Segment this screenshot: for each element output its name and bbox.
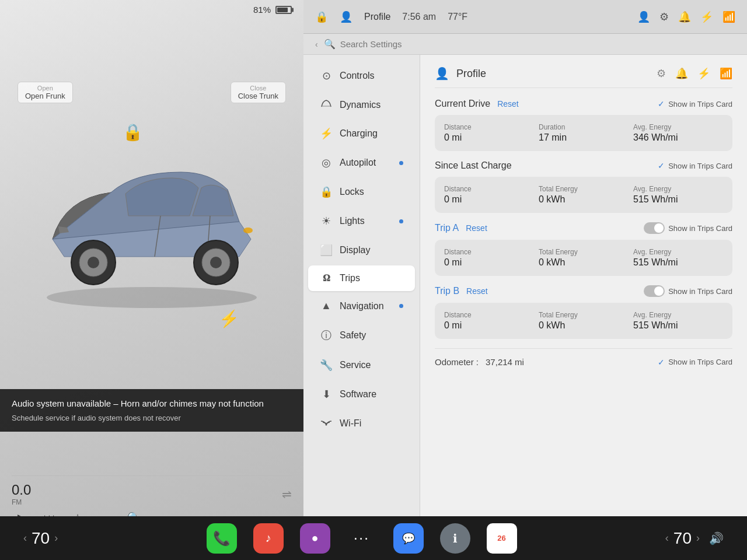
camera-app[interactable]: ●	[300, 523, 330, 554]
since-last-charge-title: Since Last Charge	[435, 160, 512, 171]
settings-nav: ⊙ Controls Dynamics ⚡ Charging	[303, 55, 420, 516]
bell-content-icon[interactable]: 🔔	[675, 67, 688, 80]
speed-right-chevron-right[interactable]: ›	[696, 532, 700, 544]
alert-box: Audio system unavailable – Horn and/or c…	[0, 389, 303, 432]
speed-right-value: 70	[673, 529, 692, 548]
current-drive-avg-energy: Avg. Energy 346 Wh/mi	[633, 123, 723, 143]
chat-icon: 💬	[402, 532, 415, 545]
sidebar-label-locks: Locks	[340, 187, 364, 197]
settings-icon-header[interactable]: ⚙	[659, 10, 669, 23]
sidebar-item-safety[interactable]: ⓘ Safety	[308, 321, 415, 350]
trip-b-section: Trip B Reset Show in Trips Card Distance…	[435, 285, 732, 339]
sidebar-item-lights[interactable]: ☀ Lights	[308, 207, 415, 235]
current-drive-title: Current Drive	[435, 99, 490, 109]
sidebar-label-trips: Trips	[340, 273, 360, 284]
slc-avg-energy: Avg. Energy 515 Wh/mi	[633, 185, 723, 205]
trip-a-toggle[interactable]	[644, 222, 665, 234]
trip-b-total-energy: Total Energy 0 kWh	[539, 311, 629, 331]
bluetooth-icon[interactable]: ⚡	[700, 10, 713, 23]
since-last-charge-checkmark: ✓	[658, 161, 665, 170]
sidebar-item-trips[interactable]: 𝛀 Trips	[308, 265, 415, 291]
header-time: 7:56 am	[402, 12, 436, 22]
odometer-checkmark: ✓	[658, 358, 665, 367]
trip-a-reset[interactable]: Reset	[466, 223, 487, 233]
current-drive-duration: Duration 17 min	[539, 123, 629, 143]
sidebar-item-display[interactable]: ⬜ Display	[308, 236, 415, 264]
charging-icon: ⚡	[320, 127, 333, 140]
trip-b-reset[interactable]: Reset	[466, 286, 488, 296]
sidebar-label-service: Service	[340, 360, 371, 370]
chat-app[interactable]: 💬	[393, 523, 424, 554]
dynamics-icon	[320, 99, 333, 111]
svg-point-10	[326, 424, 327, 426]
trip-b-toggle[interactable]	[644, 285, 665, 297]
car-svg	[18, 140, 286, 315]
wifi-icon	[320, 417, 333, 429]
trip-a-total-energy: Total Energy 0 kWh	[539, 248, 629, 268]
signal-content-icon[interactable]: 📶	[720, 67, 732, 80]
odometer-value: 37,214 mi	[486, 357, 524, 367]
sidebar-label-controls: Controls	[340, 71, 375, 81]
sidebar-item-wifi[interactable]: Wi-Fi	[308, 410, 415, 437]
slc-distance: Distance 0 mi	[444, 185, 534, 205]
wrench-content-icon[interactable]: ⚙	[657, 67, 666, 80]
battery-percent: 81%	[253, 5, 271, 15]
speed-right-chevron-left[interactable]: ‹	[665, 532, 669, 544]
volume-icon[interactable]: 🔊	[709, 531, 724, 545]
audio-app[interactable]: ♪	[253, 523, 284, 554]
phone-app[interactable]: 📞	[207, 523, 237, 554]
open-frunk-button[interactable]: Open Open Frunk	[18, 82, 73, 103]
speed-left-chevron-right[interactable]: ›	[54, 532, 58, 544]
sidebar-label-wifi: Wi-Fi	[340, 418, 361, 429]
profile-icon-header[interactable]: 👤	[637, 10, 650, 23]
svg-point-9	[243, 228, 253, 233]
sidebar-item-navigation[interactable]: ▲ Navigation	[308, 292, 415, 320]
sidebar-item-software[interactable]: ⬇ Software	[308, 380, 415, 408]
more-apps[interactable]: ···	[347, 523, 377, 554]
sidebar-item-charging[interactable]: ⚡ Charging	[308, 120, 415, 148]
current-drive-checkmark: ✓	[658, 99, 665, 108]
display-icon: ⬜	[320, 244, 333, 257]
sidebar-item-autopilot[interactable]: ◎ Autopilot	[308, 149, 415, 177]
signal-icon[interactable]: 📶	[722, 10, 735, 23]
sidebar-label-navigation: Navigation	[340, 301, 384, 312]
current-drive-card: Distance 0 mi Duration 17 min Avg. Energ…	[435, 115, 732, 151]
since-last-charge-section: Since Last Charge ✓ Show in Trips Card D…	[435, 160, 732, 213]
bell-icon[interactable]: 🔔	[678, 10, 691, 23]
battery-icon	[275, 6, 292, 14]
alert-subtitle: Schedule service if audio system does no…	[12, 412, 292, 424]
navigation-dot	[399, 304, 403, 308]
current-drive-distance: Distance 0 mi	[444, 123, 534, 143]
trip-b-show-trips: Show in Trips Card	[644, 285, 732, 297]
content-profile-bar: 👤 Profile ⚙ 🔔 ⚡ 📶	[435, 66, 732, 88]
trip-a-avg-energy: Avg. Energy 515 Wh/mi	[633, 248, 723, 268]
sidebar-item-locks[interactable]: 🔒 Locks	[308, 178, 415, 206]
taskbar-left: ‹ 70 ›	[23, 529, 58, 548]
header-profile-label[interactable]: Profile	[364, 12, 390, 22]
search-input[interactable]	[340, 39, 735, 49]
current-drive-reset[interactable]: Reset	[497, 99, 519, 108]
info-icon: ℹ	[453, 531, 458, 545]
profile-header-icon: 👤	[340, 10, 352, 23]
sidebar-item-dynamics[interactable]: Dynamics	[308, 91, 415, 118]
sidebar-item-service[interactable]: 🔧 Service	[308, 351, 415, 379]
search-bar: ‹ 🔍	[303, 34, 747, 55]
bluetooth-content-icon[interactable]: ⚡	[697, 67, 710, 80]
taskbar: ‹ 70 › 📞 ♪ ● ··· 💬 ℹ 26 ‹ 70 › 🔊	[0, 516, 747, 560]
sidebar-label-safety: Safety	[340, 330, 366, 341]
settings-content: ⊙ Controls Dynamics ⚡ Charging	[303, 55, 747, 516]
speed-left-chevron-left[interactable]: ‹	[23, 532, 27, 544]
speed-left-value: 70	[32, 529, 50, 548]
trips-main-content: 👤 Profile ⚙ 🔔 ⚡ 📶 Current Drive Reset ✓ …	[420, 55, 747, 516]
close-trunk-button[interactable]: Close Close Trunk	[231, 82, 286, 103]
header-temp: 77°F	[448, 12, 467, 22]
trip-a-title: Trip A	[435, 223, 459, 233]
sidebar-label-lights: Lights	[340, 216, 365, 226]
safety-icon: ⓘ	[320, 328, 333, 342]
trip-a-section: Trip A Reset Show in Trips Card Distance…	[435, 222, 732, 276]
autopilot-icon: ◎	[320, 156, 333, 169]
calendar-app[interactable]: 26	[487, 523, 517, 554]
info-app[interactable]: ℹ	[440, 523, 470, 554]
settings-header: 🔒 👤 Profile 7:56 am 77°F 👤 ⚙ 🔔 ⚡ 📶	[303, 0, 747, 34]
sidebar-item-controls[interactable]: ⊙ Controls	[308, 62, 415, 90]
